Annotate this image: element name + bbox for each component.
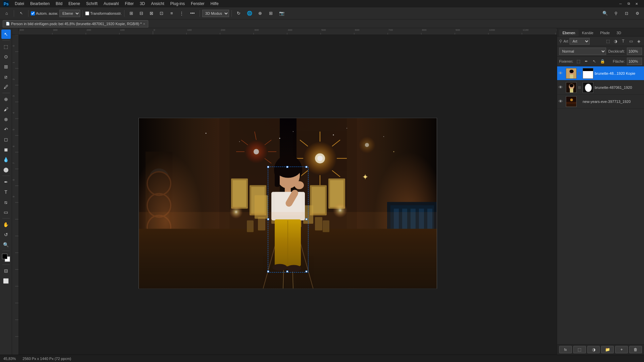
menu-ebene[interactable]: Ebene — [66, 1, 83, 7]
layer-adjust-layer-btn[interactable]: ◑ — [587, 346, 600, 353]
layer-row-3[interactable]: 👁 new-years-eve-397713_1920 — [557, 95, 644, 109]
quick-mask-btn[interactable]: ⊟ — [1, 266, 11, 276]
layer-mask-btn[interactable]: ⬚ — [573, 346, 586, 353]
tab-pfade[interactable]: Pfade — [597, 29, 613, 36]
canvas-viewport[interactable] — [19, 35, 557, 355]
home-button[interactable]: ⌂ — [2, 9, 11, 18]
rotate-btn[interactable]: ↻ — [234, 9, 244, 18]
eraser-tool[interactable]: ◻ — [1, 135, 11, 144]
snap-btn[interactable]: ⊕ — [256, 9, 265, 18]
dodge-tool[interactable]: ⬤ — [1, 165, 11, 174]
lasso-tool[interactable]: ⊙ — [1, 52, 11, 61]
stamp-tool[interactable]: ⊗ — [1, 115, 11, 124]
text-tool[interactable]: T — [1, 187, 11, 197]
lock-draw-btn[interactable]: ✒ — [583, 58, 589, 64]
opacity-label: Deckkraft: — [608, 49, 625, 53]
auto-select-checkbox[interactable] — [31, 11, 35, 15]
canvas-dimensions: 2560 Px x 1440 Px (72 ppcm) — [22, 357, 71, 361]
menu-hilfe[interactable]: Hilfe — [208, 1, 221, 7]
layer-group-btn[interactable]: 📁 — [601, 346, 614, 353]
blend-mode-select[interactable]: Normal Multiplizieren Abblenden Aufhelle… — [559, 48, 606, 55]
layer-visibility-1[interactable]: 👁 — [558, 71, 565, 76]
lock-all-btn[interactable]: 🔒 — [599, 58, 605, 64]
move-tool-btn[interactable]: ↖ — [16, 9, 26, 18]
history-brush-tool[interactable]: ↶ — [1, 125, 11, 134]
menu-plugins[interactable]: Plug-ins — [168, 1, 187, 7]
spot-heal-tool[interactable]: ⊕ — [1, 95, 11, 104]
rotate-view-tool[interactable]: ↺ — [1, 230, 11, 239]
menu-3d[interactable]: 3D — [137, 1, 148, 7]
align-top-btn[interactable]: ⊡ — [157, 9, 166, 18]
marquee-tool[interactable]: ⬚ — [1, 42, 11, 51]
shape-tool[interactable]: ▭ — [1, 207, 11, 217]
pen-tool[interactable]: ✒ — [1, 177, 11, 187]
tab-3d[interactable]: 3D — [613, 29, 625, 36]
svg-text:Ps: Ps — [4, 2, 9, 6]
layer-delete-btn[interactable]: 🗑 — [629, 346, 642, 353]
layer-pixel-btn[interactable]: ⬚ — [604, 38, 611, 45]
blur-tool[interactable]: 💧 — [1, 155, 11, 164]
canvas-area[interactable]: 400 300 200 100 0 100 200 300 400 500 — [12, 28, 557, 355]
close-button[interactable]: ✕ — [633, 1, 640, 6]
globe-btn[interactable]: 🌐 — [245, 9, 254, 18]
document-tab[interactable]: 📄 Person in bild einfügen.psdc bei 45,8%… — [3, 20, 148, 27]
layer-row-2[interactable]: 👁 ⛓ — [557, 80, 644, 95]
align-left-btn[interactable]: ⊞ — [127, 9, 136, 18]
layer-shape-btn[interactable]: ▭ — [628, 38, 634, 45]
camera-btn[interactable]: 📷 — [277, 9, 286, 18]
auto-select-dropdown[interactable]: Ebene — [59, 10, 80, 17]
document-tab-close[interactable]: × — [143, 22, 145, 26]
menu-bild[interactable]: Bild — [53, 1, 65, 7]
fill-input[interactable] — [627, 58, 642, 65]
gradient-tool[interactable]: ◼ — [1, 145, 11, 154]
grid-btn[interactable]: ⊞ — [266, 9, 276, 18]
align-center-btn[interactable]: ⊟ — [137, 9, 146, 18]
layer-smart-btn[interactable]: ◈ — [635, 38, 642, 45]
more-options-btn[interactable]: ••• — [188, 9, 197, 18]
layer-row-1[interactable]: 👁 ⛓ — [557, 66, 644, 80]
object-select-tool[interactable]: ⊞ — [1, 62, 11, 71]
layer-new-btn[interactable]: + — [615, 346, 628, 353]
opacity-input[interactable] — [627, 48, 642, 55]
menu-filter[interactable]: Filter — [122, 1, 137, 7]
menu-bearbeiten[interactable]: Bearbeiten — [28, 1, 52, 7]
align-middle-btn[interactable]: ≡ — [167, 9, 176, 18]
tab-ebenen[interactable]: Ebenen — [559, 29, 579, 36]
menu-ansicht[interactable]: Ansicht — [148, 1, 167, 7]
menu-auswahl[interactable]: Auswahl — [101, 1, 121, 7]
align-right-btn[interactable]: ⊠ — [147, 9, 156, 18]
svg-text:400: 400 — [19, 28, 24, 32]
layers-filter-icon: ⚲ — [559, 39, 562, 44]
layer-fx-btn[interactable]: fx — [559, 346, 572, 353]
zoom-tool[interactable]: 🔍 — [1, 240, 11, 249]
lock-move-btn[interactable]: ↖ — [591, 58, 597, 64]
search-btn2[interactable]: ⚲ — [611, 9, 621, 18]
restore-button[interactable]: ⧉ — [625, 1, 632, 6]
brush-tool[interactable]: 🖌 — [1, 105, 11, 114]
foreground-background-colors[interactable] — [1, 253, 11, 262]
view-btn[interactable]: ⊡ — [622, 9, 631, 18]
menu-datei[interactable]: Datei — [12, 1, 27, 7]
tab-kanaele[interactable]: Kanäle — [579, 29, 597, 36]
svg-text:3: 3 — [12, 95, 15, 97]
transform-checkbox[interactable] — [85, 11, 89, 15]
layer-adjust-btn[interactable]: ◑ — [612, 38, 619, 45]
crop-tool[interactable]: ⧄ — [1, 72, 11, 81]
minimize-button[interactable]: ─ — [617, 1, 624, 6]
3d-mode-select[interactable]: 3D Modus — [202, 10, 229, 17]
layer-type-btn[interactable]: T — [620, 38, 627, 45]
screen-mode-btn[interactable]: ⬜ — [1, 276, 11, 286]
eyedropper-tool[interactable]: 🖉 — [1, 82, 11, 92]
move-tool[interactable]: ↖ — [1, 29, 11, 39]
menu-schrift[interactable]: Schrift — [84, 1, 100, 7]
settings-btn[interactable]: ⚙ — [633, 9, 642, 18]
search-btn[interactable]: 🔍 — [600, 9, 610, 18]
align-bottom-btn[interactable]: ⋮ — [177, 9, 186, 18]
layer-visibility-2[interactable]: 👁 — [558, 85, 565, 90]
hand-tool[interactable]: ✋ — [1, 220, 11, 229]
layers-filter-select[interactable]: Art Name Effekt — [570, 38, 590, 45]
lock-pixel-btn[interactable]: ⬚ — [575, 58, 581, 64]
menu-fenster[interactable]: Fenster — [188, 1, 207, 7]
layer-visibility-3[interactable]: 👁 — [558, 99, 565, 104]
path-tool[interactable]: ⧅ — [1, 197, 11, 207]
